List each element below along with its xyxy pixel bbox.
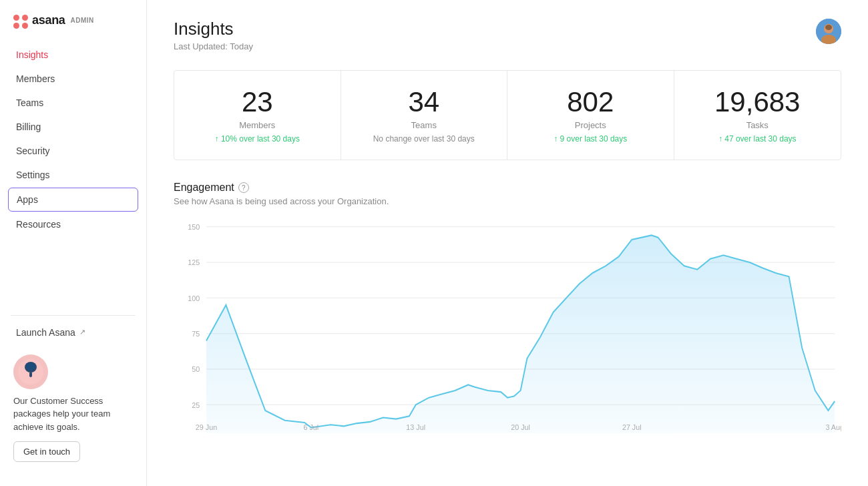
- sidebar-item-insights[interactable]: Insights: [8, 43, 138, 66]
- stat-tasks-label: Tasks: [746, 120, 769, 130]
- logo-text: asana: [32, 13, 65, 27]
- engagement-subtitle: See how Asana is being used across your …: [174, 196, 841, 206]
- customer-success-avatar: [13, 354, 48, 389]
- asana-logo-icon: [13, 15, 28, 27]
- stat-members: 23 Members ↑ 10% over last 30 days: [174, 71, 341, 160]
- svg-point-9: [825, 25, 832, 30]
- stat-projects: 802 Projects ↑ 9 over last 30 days: [507, 71, 674, 160]
- sidebar-item-teams[interactable]: Teams: [8, 91, 138, 114]
- stat-members-number: 23: [242, 87, 273, 117]
- page-header: Insights Last Updated: Today: [174, 19, 841, 51]
- nav-divider: [11, 315, 136, 316]
- nav-menu: Insights Members Teams Billing Security …: [0, 43, 146, 310]
- svg-text:6 Jul: 6 Jul: [304, 423, 319, 431]
- sidebar-bottom: Our Customer Success packages help your …: [0, 344, 146, 473]
- sidebar-item-apps[interactable]: Apps: [8, 188, 138, 212]
- svg-text:3 Aug: 3 Aug: [825, 423, 841, 431]
- sidebar-item-billing[interactable]: Billing: [8, 115, 138, 138]
- dot-br: [22, 23, 28, 29]
- stats-row: 23 Members ↑ 10% over last 30 days 34 Te…: [174, 70, 841, 160]
- sidebar-item-security[interactable]: Security: [8, 140, 138, 162]
- dot-tr: [22, 15, 28, 21]
- svg-rect-2: [29, 372, 32, 377]
- launch-asana-label: Launch Asana: [16, 327, 75, 338]
- stat-members-label: Members: [239, 120, 275, 130]
- stat-teams-number: 34: [408, 87, 439, 117]
- svg-text:25: 25: [192, 401, 200, 409]
- external-link-icon: ↗: [79, 328, 85, 336]
- asana-logo: asana ADMIN: [13, 13, 94, 27]
- customer-success-text: Our Customer Success packages help your …: [13, 395, 110, 434]
- engagement-title: Engagement ?: [174, 182, 841, 194]
- engagement-chart: 150 125 100 75 50 25: [174, 220, 841, 433]
- logo-area: asana ADMIN: [0, 13, 146, 43]
- get-in-touch-button[interactable]: Get in touch: [13, 441, 80, 462]
- stat-tasks-number: 19,683: [714, 87, 800, 117]
- stat-projects-label: Projects: [575, 120, 606, 130]
- dot-tl: [13, 15, 19, 21]
- admin-badge: ADMIN: [71, 17, 94, 24]
- svg-text:125: 125: [188, 258, 200, 266]
- sidebar-item-members[interactable]: Members: [8, 67, 138, 90]
- title-area: Insights Last Updated: Today: [174, 19, 253, 51]
- svg-text:75: 75: [192, 330, 200, 338]
- stat-tasks: 19,683 Tasks ↑ 47 over last 30 days: [674, 71, 841, 160]
- customer-success-card: Our Customer Success packages help your …: [13, 354, 133, 463]
- stat-members-change: ↑ 10% over last 30 days: [215, 134, 300, 144]
- svg-text:150: 150: [188, 223, 200, 231]
- chart-area: [206, 236, 835, 434]
- main-content: Insights Last Updated: Today 23 Members …: [147, 0, 868, 486]
- svg-text:50: 50: [192, 365, 200, 373]
- svg-text:20 Jul: 20 Jul: [511, 423, 530, 431]
- page-title: Insights: [174, 19, 253, 39]
- svg-text:100: 100: [188, 294, 200, 302]
- sidebar: asana ADMIN Insights Members Teams Billi…: [0, 0, 147, 486]
- user-avatar[interactable]: [816, 19, 841, 44]
- sidebar-item-resources[interactable]: Resources: [8, 213, 138, 236]
- stat-tasks-change: ↑ 47 over last 30 days: [718, 134, 797, 144]
- sidebar-item-settings[interactable]: Settings: [8, 164, 138, 186]
- page-subtitle: Last Updated: Today: [174, 41, 253, 51]
- engagement-section: Engagement ? See how Asana is being used…: [174, 182, 841, 433]
- engagement-help-icon[interactable]: ?: [238, 182, 249, 193]
- svg-point-4: [26, 362, 35, 371]
- launch-asana-link[interactable]: Launch Asana ↗: [0, 321, 146, 344]
- svg-text:27 Jul: 27 Jul: [622, 423, 642, 431]
- svg-text:13 Jul: 13 Jul: [406, 423, 425, 431]
- svg-text:29 Jun: 29 Jun: [196, 423, 217, 431]
- stat-projects-change: ↑ 9 over last 30 days: [554, 134, 627, 144]
- engagement-chart-svg: 150 125 100 75 50 25: [174, 220, 841, 433]
- stat-teams-change: No change over last 30 days: [373, 134, 475, 144]
- stat-teams: 34 Teams No change over last 30 days: [341, 71, 508, 160]
- stat-teams-label: Teams: [411, 120, 437, 130]
- dot-bl: [13, 23, 19, 29]
- stat-projects-number: 802: [567, 87, 614, 117]
